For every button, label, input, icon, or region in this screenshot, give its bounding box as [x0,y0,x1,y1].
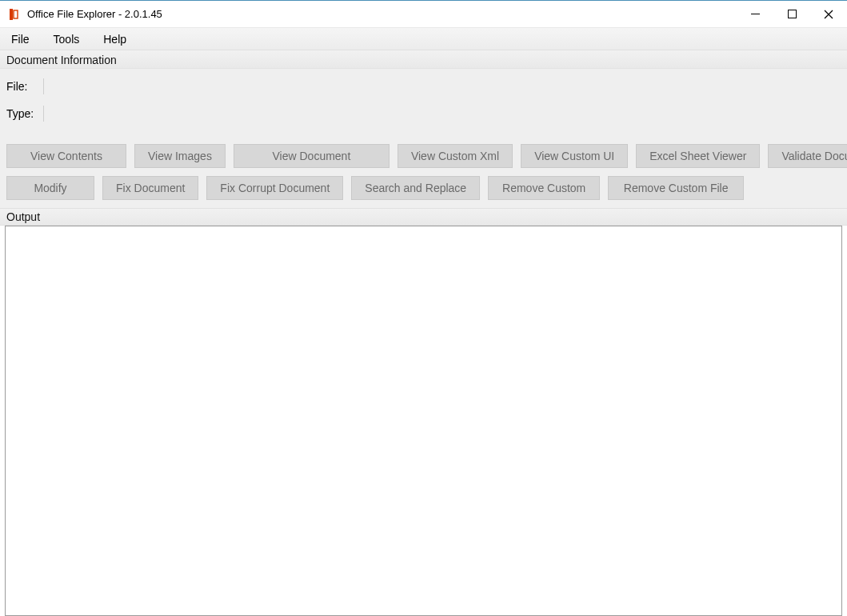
document-information-header: Document Information [0,50,847,69]
validate-document-button[interactable]: Validate Document [768,144,847,168]
view-custom-xml-button[interactable]: View Custom Xml [398,144,513,168]
file-row: File: [6,78,841,94]
menubar: File Tools Help [0,28,847,50]
modify-button[interactable]: Modify [6,176,94,200]
minimize-button[interactable] [737,1,773,27]
output-area[interactable] [5,226,842,616]
button-row-2: Modify Fix Document Fix Corrupt Document… [6,176,841,200]
close-button[interactable] [810,1,847,27]
remove-custom-button[interactable]: Remove Custom [488,176,600,200]
separator [43,106,44,122]
view-contents-button[interactable]: View Contents [6,144,126,168]
fix-corrupt-document-button[interactable]: Fix Corrupt Document [206,176,343,200]
menu-file[interactable]: File [8,31,33,47]
titlebar: Office File Explorer - 2.0.1.45 [0,1,847,28]
view-document-button[interactable]: View Document [234,144,390,168]
menu-tools[interactable]: Tools [50,31,83,47]
separator [43,78,44,94]
app-icon [6,7,21,22]
document-information-panel: File: Type: [0,69,847,141]
menu-help[interactable]: Help [100,31,130,47]
view-custom-ui-button[interactable]: View Custom UI [521,144,628,168]
action-buttons: View Contents View Images View Document … [0,141,847,208]
remove-custom-file-button[interactable]: Remove Custom File [608,176,744,200]
file-label: File: [6,80,35,93]
svg-rect-3 [788,10,796,18]
window-title: Office File Explorer - 2.0.1.45 [27,8,162,20]
button-row-1: View Contents View Images View Document … [6,144,841,168]
search-and-replace-button[interactable]: Search and Replace [351,176,480,200]
window-controls [737,1,847,27]
svg-rect-0 [10,9,13,20]
output-header: Output [0,208,847,226]
type-label: Type: [6,107,35,120]
fix-document-button[interactable]: Fix Document [102,176,198,200]
type-row: Type: [6,106,841,122]
view-images-button[interactable]: View Images [134,144,226,168]
svg-rect-1 [14,10,18,18]
excel-sheet-viewer-button[interactable]: Excel Sheet Viewer [636,144,760,168]
maximize-button[interactable] [773,1,810,27]
